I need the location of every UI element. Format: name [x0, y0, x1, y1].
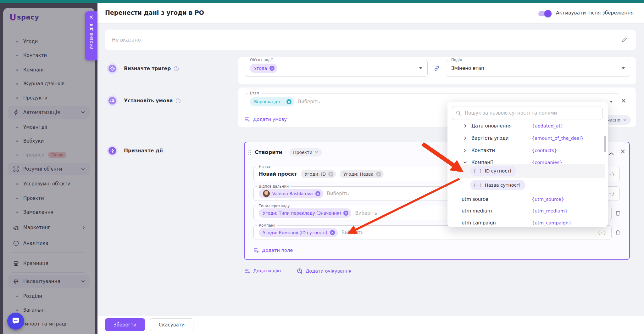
activate-toggle[interactable]	[538, 11, 551, 16]
actions-step-icon	[107, 145, 118, 156]
dropdown-caret-icon[interactable]	[622, 67, 625, 69]
top-accent-bar	[0, 0, 644, 3]
name-value-text: Новий проєкт	[259, 171, 297, 177]
remove-chip-icon[interactable]: ×	[286, 99, 291, 104]
collapse-action-icon[interactable]	[609, 150, 614, 156]
conditions-step-row: Установіть умови	[124, 97, 181, 104]
chat-icon	[12, 317, 20, 325]
field-search-box[interactable]	[452, 106, 603, 120]
remove-chip-icon[interactable]: ×	[269, 66, 275, 71]
trash-icon[interactable]	[614, 209, 622, 218]
picker-row-updated-at[interactable]: Дата оновлення {updated_at}	[463, 120, 564, 132]
picker-subrow-entity-id[interactable]: {··} ID сутності	[470, 166, 516, 176]
event-field[interactable]: Подія Змінено етап	[446, 60, 630, 77]
responsible-user-chip[interactable]: Valeriia Bashkirova×	[259, 189, 323, 198]
trigger-step-row: Визначте тригер	[124, 65, 179, 72]
close-icon[interactable]: ×	[89, 14, 93, 20]
braces-icon: {··}	[473, 169, 482, 173]
create-action-title: Створити	[255, 149, 282, 155]
translation-types-token-chip[interactable]: Угоди: Типи перекладу (Значення)×	[259, 208, 351, 218]
picker-row-utm-campaign[interactable]: utm campaign {utm_campaign}	[462, 217, 571, 229]
scrollbar-thumb[interactable]	[604, 136, 606, 152]
conditions-step-icon	[107, 95, 118, 106]
picker-row-utm-source[interactable]: utm source {utm_source}	[462, 194, 564, 205]
step-connector	[112, 108, 112, 144]
remove-chip-icon[interactable]: ×	[343, 211, 348, 216]
pencil-icon[interactable]	[621, 37, 627, 44]
search-icon	[456, 110, 461, 116]
cancel-button[interactable]: Скасувати	[150, 318, 193, 331]
clock-plus-icon	[297, 268, 303, 274]
conditional-action-tab[interactable]: × Умовна дія	[85, 11, 97, 60]
toggle-label: Активувати після збереження	[556, 10, 634, 16]
page-title: Перенести дані з угоди в РО	[105, 9, 204, 16]
tab-label: Умовна дія	[89, 24, 94, 49]
field-search-input[interactable]	[464, 110, 599, 116]
dropdown-caret-icon[interactable]	[419, 67, 422, 69]
action-bolt-icon	[108, 147, 116, 155]
add-wait-link[interactable]: Додати очікування	[297, 268, 352, 274]
event-object-field[interactable]: Об'єкт події Угода×	[245, 60, 428, 77]
drag-handle[interactable]	[248, 150, 251, 157]
remove-chip-icon[interactable]: ×	[328, 172, 333, 177]
picker-row-utm-medium[interactable]: utm medium {utm_medium}	[462, 205, 568, 217]
add-field-link[interactable]: Додати поле	[253, 247, 293, 253]
dropdown-caret-icon[interactable]	[610, 101, 613, 103]
rule-name-input[interactable]	[111, 35, 364, 45]
info-icon[interactable]	[175, 98, 181, 104]
add-condition-link[interactable]: Додати умову	[245, 116, 287, 122]
trash-icon[interactable]	[614, 228, 622, 237]
info-icon[interactable]	[174, 66, 179, 71]
picker-subrow-entity-name[interactable]: {··} Назва сутності	[470, 180, 525, 190]
trigger-step-icon	[107, 63, 118, 74]
link-chain-icon[interactable]	[433, 65, 440, 73]
deal-id-token-chip[interactable]: Угоди: ID×	[301, 170, 336, 178]
chevron-down-icon	[623, 119, 627, 121]
list-plus-icon	[253, 247, 259, 253]
picker-row-amount[interactable]: Вартість угоди {amount_of_the_deal}	[463, 133, 584, 144]
sliders-icon	[108, 97, 116, 105]
deal-title-token-chip[interactable]: Угоди: Назва×	[340, 170, 384, 178]
entity-select-chip[interactable]: Проєкти	[289, 148, 322, 156]
add-action-link[interactable]: Додати дію	[245, 268, 281, 274]
list-plus-icon	[245, 268, 250, 274]
toggle-knob[interactable]	[544, 10, 552, 17]
actions-step-row: Призначте дії	[124, 147, 166, 154]
braces-icon: {··}	[473, 183, 482, 188]
save-button[interactable]: Зберегти	[105, 318, 145, 331]
chevron-right-icon	[463, 149, 468, 152]
chevron-right-icon	[463, 124, 468, 128]
remove-chip-icon[interactable]: ×	[330, 230, 335, 235]
chevron-down-icon	[315, 151, 318, 154]
deal-chip[interactable]: Угода×	[250, 64, 277, 73]
funnel-chip[interactable]: Воронка дл...×	[250, 97, 294, 106]
field-picker-panel: Дата оновлення {updated_at} Вартість уго…	[447, 102, 608, 227]
insert-variable-button[interactable]: {+}	[598, 230, 606, 235]
remove-chip-icon[interactable]: ×	[315, 191, 320, 196]
companies-token-chip[interactable]: Угоди: Компанії (ID сутності)×	[259, 228, 338, 237]
remove-condition-icon[interactable]: ×	[621, 98, 626, 104]
avatar	[263, 190, 270, 197]
target-icon	[108, 65, 116, 72]
picker-row-contacts[interactable]: Контакти {contacts}	[463, 145, 557, 156]
list-plus-icon	[245, 116, 250, 122]
chevron-right-icon	[463, 136, 468, 140]
sidebar-dim-overlay	[0, 3, 97, 334]
chat-button[interactable]	[7, 313, 24, 330]
remove-action-icon[interactable]: ×	[620, 148, 626, 155]
remove-chip-icon[interactable]: ×	[376, 172, 381, 177]
step-connector	[112, 76, 112, 94]
